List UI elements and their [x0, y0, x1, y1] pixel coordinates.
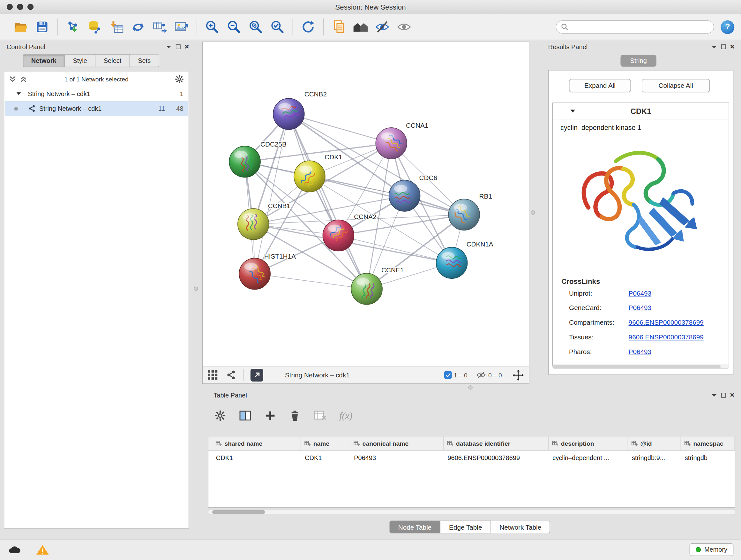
- memory-button[interactable]: Memory: [690, 543, 733, 556]
- tab-network-table[interactable]: Network Table: [491, 520, 550, 533]
- pan-move-icon[interactable]: [512, 369, 524, 381]
- crosslink-pharos[interactable]: P06493: [629, 348, 651, 356]
- new-network-icon: [131, 19, 145, 35]
- function-builder-icon[interactable]: f(x): [339, 410, 352, 421]
- crosslink-compartments[interactable]: 9606.ENSP00000378699: [629, 319, 704, 326]
- tab-node-table[interactable]: Node Table: [389, 520, 441, 533]
- column-header-namespac[interactable]: namespac: [681, 436, 735, 450]
- apply-layout-button[interactable]: [297, 16, 319, 38]
- table-settings-gear-icon[interactable]: [214, 410, 226, 422]
- network-canvas[interactable]: CCNB2CCNA1CDC25BCDK1CDC6RB1CCNB1CCNA2CDK…: [203, 42, 529, 366]
- panel-menu-icon[interactable]: [711, 393, 717, 397]
- network-node-ccnb1[interactable]: CCNB1: [238, 202, 290, 240]
- export-image-button[interactable]: [171, 16, 192, 38]
- panel-float-icon[interactable]: [721, 44, 726, 49]
- search-icon: [561, 23, 569, 31]
- panel-menu-icon[interactable]: [165, 45, 172, 49]
- tab-select[interactable]: Select: [96, 54, 130, 67]
- column-header-database-identifier[interactable]: database identifier: [444, 436, 549, 450]
- crosslink-genecard[interactable]: P06493: [629, 304, 651, 312]
- tab-edge-table[interactable]: Edge Table: [441, 520, 491, 533]
- expand-all-button[interactable]: Expand All: [569, 79, 631, 92]
- save-session-button[interactable]: [31, 16, 53, 38]
- network-node-ccnb2[interactable]: CCNB2: [273, 90, 327, 130]
- new-network-from-table-button[interactable]: [149, 16, 171, 38]
- panel-close-icon[interactable]: ×: [730, 44, 734, 49]
- import-table-icon: [109, 19, 124, 35]
- cloud-icon[interactable]: [8, 544, 22, 555]
- splitter-handle-left[interactable]: [194, 287, 198, 291]
- column-header-description[interactable]: description: [549, 436, 628, 450]
- panel-float-icon[interactable]: [721, 393, 726, 398]
- panel-close-icon[interactable]: ×: [730, 393, 734, 398]
- collapse-all-button[interactable]: Collapse All: [642, 79, 710, 92]
- gene-description: cyclin–dependent kinase 1: [560, 124, 641, 132]
- search-input[interactable]: [569, 23, 709, 30]
- network-overview-icon[interactable]: [226, 370, 236, 380]
- eye-slash-icon: [375, 19, 390, 35]
- panel-menu-icon[interactable]: [711, 45, 717, 49]
- entry-collapse-icon[interactable]: [570, 109, 576, 113]
- selected-indicator-icon[interactable]: [444, 371, 452, 379]
- help-button[interactable]: ?: [721, 20, 734, 34]
- tab-network[interactable]: Network: [23, 54, 65, 67]
- hide-selected-button[interactable]: [372, 16, 393, 38]
- network-collection-row[interactable]: String Network – cdk1 1: [5, 86, 188, 101]
- svg-text:CCNB1: CCNB1: [268, 202, 290, 209]
- copy-document-button[interactable]: [328, 16, 350, 38]
- crosslink-label: Uniprot:: [569, 289, 592, 297]
- network-node-ccna1[interactable]: CCNA1: [376, 122, 428, 159]
- tab-style[interactable]: Style: [65, 54, 95, 67]
- gear-icon[interactable]: [175, 74, 184, 83]
- network-node-cdk1[interactable]: CDK1: [294, 153, 342, 192]
- network-list-box: 1 of 1 Network selected String Network –…: [4, 71, 189, 529]
- zoom-fit-button[interactable]: [245, 16, 266, 38]
- results-horizontal-scrollbar[interactable]: [552, 365, 729, 369]
- zoom-selected-button[interactable]: [266, 16, 288, 38]
- first-neighbors-button[interactable]: [350, 16, 372, 38]
- collection-expanded-icon[interactable]: [16, 91, 21, 96]
- column-header--id[interactable]: @id: [628, 436, 681, 450]
- hidden-indicator-icon[interactable]: [476, 371, 486, 379]
- crosslink-tissues[interactable]: 9606.ENSP00000378699: [629, 333, 704, 341]
- import-network-database-button[interactable]: [84, 16, 105, 38]
- panel-float-icon[interactable]: [176, 44, 180, 49]
- gene-name: CDK1: [630, 107, 651, 116]
- network-node-hist1h1a[interactable]: HIST1H1A: [239, 253, 296, 289]
- detach-view-button[interactable]: [251, 368, 263, 381]
- database-import-icon: [87, 19, 102, 35]
- import-table-button[interactable]: [105, 16, 127, 38]
- splitter-handle-right[interactable]: [531, 210, 535, 214]
- network-node-cdkn1a[interactable]: CDKN1A: [436, 240, 493, 279]
- show-all-button[interactable]: [393, 16, 415, 38]
- warning-icon[interactable]: [36, 544, 49, 556]
- show-columns-icon[interactable]: [239, 410, 252, 422]
- table-tabs: Node Table Edge Table Network Table: [202, 520, 737, 533]
- column-header-canonical-name[interactable]: canonical name: [350, 436, 444, 450]
- crosslink-uniprot[interactable]: P06493: [629, 289, 651, 297]
- svg-text:CDC6: CDC6: [419, 174, 437, 181]
- zoom-in-button[interactable]: [201, 16, 223, 38]
- panel-close-icon[interactable]: ×: [185, 44, 189, 49]
- new-network-button[interactable]: [127, 16, 149, 38]
- import-network-file-button[interactable]: [62, 16, 84, 38]
- zoom-out-button[interactable]: [223, 16, 245, 38]
- column-header-name[interactable]: name: [301, 436, 350, 450]
- network-row[interactable]: String Network – cdk1 11 48: [5, 101, 188, 116]
- delete-column-trash-icon[interactable]: [289, 409, 300, 422]
- status-bar: Memory: [0, 539, 741, 560]
- column-header-shared-name[interactable]: shared name: [212, 436, 301, 450]
- grid-view-icon[interactable]: [207, 370, 218, 380]
- splitter-handle-bottom[interactable]: [468, 385, 473, 389]
- table-horizontal-scrollbar[interactable]: [208, 509, 736, 515]
- delete-table-icon-disabled[interactable]: [314, 410, 326, 422]
- open-folder-icon: [13, 20, 28, 34]
- network-node-rb1[interactable]: RB1: [448, 192, 492, 230]
- tab-string[interactable]: String: [620, 55, 657, 67]
- table-panel-title: Table Panel: [213, 392, 247, 399]
- add-column-icon[interactable]: [265, 410, 276, 422]
- application-window: Session: New Session: [0, 0, 741, 560]
- tab-sets[interactable]: Sets: [130, 54, 159, 67]
- open-session-button[interactable]: [10, 16, 31, 38]
- external-arrow-icon: [254, 372, 260, 378]
